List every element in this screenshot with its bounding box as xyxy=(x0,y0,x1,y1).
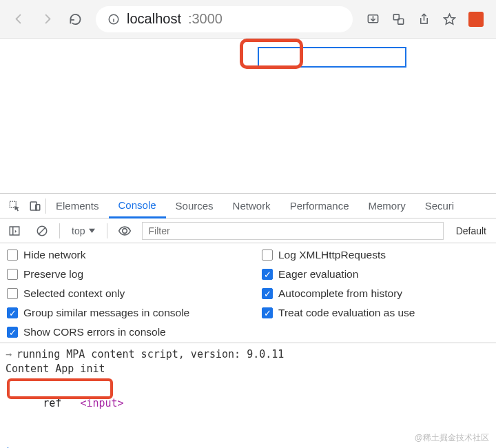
bookmark-star-icon[interactable] xyxy=(443,12,456,26)
reload-button[interactable] xyxy=(69,12,82,26)
checkbox-checked-icon xyxy=(262,288,273,299)
context-selector[interactable]: top xyxy=(67,223,100,238)
extension-badge[interactable] xyxy=(468,12,484,27)
setting-group-similar[interactable]: Group similar messages in console xyxy=(7,307,234,319)
console-log-line[interactable]: Content App init xyxy=(6,362,489,376)
watermark: @稀土掘金技术社区 xyxy=(415,432,489,444)
site-info-icon[interactable] xyxy=(107,12,120,26)
console-settings: Hide network Log XMLHttpRequests Preserv… xyxy=(0,243,496,343)
checkbox-icon xyxy=(262,250,273,261)
device-toggle-icon[interactable] xyxy=(25,200,45,212)
devtools-tabbar: Elements Console Sources Network Perform… xyxy=(0,194,496,218)
console-log-line[interactable]: running MPA content script, version: 9.0… xyxy=(17,347,489,362)
ref-element: <input> xyxy=(80,397,123,409)
setting-eager-eval[interactable]: Eager evaluation xyxy=(262,268,489,281)
browser-toolbar: localhost:3000 xyxy=(0,0,496,39)
setting-autocomplete[interactable]: Autocomplete from history xyxy=(262,287,489,300)
page-viewport xyxy=(0,39,496,193)
setting-treat-code-eval[interactable]: Treat code evaluation as use xyxy=(262,307,489,319)
svg-marker-16 xyxy=(89,229,95,233)
ref-label: ref xyxy=(43,397,61,409)
url-port: :3000 xyxy=(188,11,223,27)
url-host: localhost xyxy=(127,11,181,27)
tab-network[interactable]: Network xyxy=(223,194,280,218)
back-button[interactable] xyxy=(12,12,25,26)
checkbox-icon xyxy=(7,250,18,261)
tab-console[interactable]: Console xyxy=(109,194,166,218)
svg-marker-8 xyxy=(444,14,455,24)
inspect-element-icon[interactable] xyxy=(4,200,25,212)
svg-rect-12 xyxy=(10,227,19,235)
log-levels-selector[interactable]: Default xyxy=(451,225,492,236)
install-icon[interactable] xyxy=(366,12,380,26)
tab-performance[interactable]: Performance xyxy=(280,194,359,218)
separator xyxy=(59,223,60,238)
svg-point-17 xyxy=(123,228,127,233)
console-toolbar: top Default xyxy=(0,218,496,243)
checkbox-icon xyxy=(7,288,18,299)
setting-log-xhr[interactable]: Log XMLHttpRequests xyxy=(262,249,489,261)
share-icon[interactable] xyxy=(417,12,431,26)
page-text-input[interactable] xyxy=(258,47,406,68)
checkbox-checked-icon xyxy=(262,269,273,280)
console-output: running MPA content script, version: 9.0… xyxy=(0,343,496,442)
live-expression-icon[interactable] xyxy=(114,224,135,238)
tab-sources[interactable]: Sources xyxy=(166,194,223,218)
setting-selected-context[interactable]: Selected context only xyxy=(7,287,234,300)
checkbox-icon xyxy=(7,269,18,280)
setting-preserve-log[interactable]: Preserve log xyxy=(7,268,234,281)
nav-buttons xyxy=(12,12,82,26)
clear-console-icon[interactable] xyxy=(32,225,52,237)
context-label: top xyxy=(72,225,85,236)
toolbar-actions xyxy=(366,12,484,27)
console-log-line-ref[interactable]: ref <input> xyxy=(6,379,489,440)
devtools-panel: Elements Console Sources Network Perform… xyxy=(0,193,496,448)
annotation-highlight-ref xyxy=(7,378,113,399)
address-bar[interactable]: localhost:3000 xyxy=(96,6,353,32)
setting-show-cors[interactable]: Show CORS errors in console xyxy=(7,326,489,338)
checkbox-checked-icon xyxy=(7,307,18,318)
forward-button[interactable] xyxy=(41,12,54,26)
console-filter-input[interactable] xyxy=(142,222,443,240)
tab-security[interactable]: Securi xyxy=(415,194,464,218)
checkbox-checked-icon xyxy=(262,307,273,318)
console-sidebar-toggle-icon[interactable] xyxy=(4,225,25,237)
svg-line-15 xyxy=(39,227,46,234)
translate-icon[interactable] xyxy=(392,12,405,26)
separator xyxy=(107,223,107,238)
tab-memory[interactable]: Memory xyxy=(359,194,415,218)
setting-hide-network[interactable]: Hide network xyxy=(7,249,234,261)
tab-elements[interactable]: Elements xyxy=(46,194,109,218)
checkbox-checked-icon xyxy=(7,327,18,338)
